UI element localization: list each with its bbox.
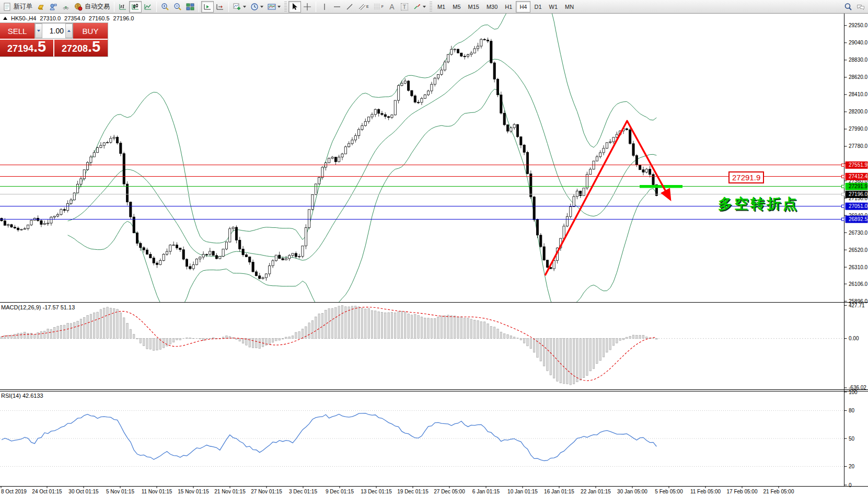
timeframe-label: MN — [565, 4, 574, 10]
bar-chart-icon — [119, 3, 127, 11]
tile-windows-icon — [186, 3, 194, 11]
svg-text:21 Nov 01:15: 21 Nov 01:15 — [214, 489, 246, 494]
timeframe-label: W1 — [549, 4, 558, 10]
chart-shift-button[interactable] — [214, 1, 226, 13]
volume-decrease-button[interactable] — [35, 24, 42, 38]
one-click-trading-panel: SELL BUY 27194 .5 27208 .5 — [0, 23, 108, 56]
dropdown-caret-icon[interactable] — [423, 6, 426, 8]
arrows-button[interactable] — [411, 1, 428, 13]
svg-text:0.00: 0.00 — [849, 336, 859, 341]
horizontal-line-button[interactable] — [331, 1, 343, 13]
candlestick-chart-icon — [131, 3, 140, 11]
autoscroll-icon — [203, 3, 212, 11]
volume-stepper — [34, 23, 73, 39]
rsi-indicator-label: RSI(14) 42.6133 — [1, 393, 43, 399]
tab-m15[interactable]: M15 — [465, 1, 483, 13]
svg-text:3 Dec 01:15: 3 Dec 01:15 — [289, 489, 317, 494]
volume-increase-button[interactable] — [65, 24, 73, 38]
tile-windows-button[interactable] — [184, 1, 196, 13]
svg-text:80: 80 — [849, 408, 855, 413]
open-value: 27310.0 — [40, 15, 61, 21]
timeframe-label: M30 — [487, 4, 497, 10]
svg-text:100: 100 — [849, 389, 858, 395]
svg-text:427.71: 427.71 — [849, 303, 865, 308]
zoom-in-icon — [161, 3, 169, 11]
tab-d1[interactable]: D1 — [530, 1, 545, 13]
svg-text:27051.0: 27051.0 — [849, 203, 868, 209]
line-chart-button[interactable] — [142, 1, 154, 13]
dropdown-caret-icon[interactable] — [260, 6, 263, 8]
community-button[interactable] — [854, 1, 867, 13]
fibonacci-button[interactable]: F — [371, 1, 386, 13]
tab-h1[interactable]: H1 — [501, 1, 516, 13]
zoom-out-button[interactable] — [171, 1, 184, 13]
svg-text:16 Jan 01:15: 16 Jan 01:15 — [544, 489, 574, 494]
templates-button[interactable] — [265, 1, 283, 13]
text-label-button[interactable]: T — [398, 1, 411, 13]
buy-price[interactable]: 27208 .5 — [54, 40, 108, 56]
market-depth-button[interactable] — [34, 1, 47, 13]
chart-shift-icon — [216, 3, 224, 11]
data-window-icon — [49, 3, 57, 11]
dropdown-caret-icon[interactable] — [243, 6, 246, 8]
dropdown-caret-icon[interactable] — [277, 6, 281, 8]
arrows-tool-icon — [413, 3, 421, 11]
svg-text:13 Dec 01:15: 13 Dec 01:15 — [361, 489, 392, 494]
data-window-button[interactable] — [47, 1, 60, 13]
vertical-line-button[interactable] — [318, 1, 331, 13]
buy-button[interactable]: BUY — [73, 23, 108, 39]
search-button[interactable] — [842, 1, 854, 13]
autotrading-label: 自动交易 — [85, 2, 110, 11]
bar-chart-button[interactable] — [117, 1, 129, 13]
toolbar-drag-handle[interactable] — [284, 2, 287, 12]
vertical-line-icon — [320, 3, 329, 11]
panel-toggle-icon[interactable] — [3, 17, 7, 20]
chart-canvas[interactable]: 29250.029040.028830.028620.028410.028200… — [0, 0, 868, 496]
periods-button[interactable] — [248, 1, 265, 13]
new-order-button[interactable]: 新订单 — [1, 1, 34, 13]
signals-button[interactable] — [60, 1, 72, 13]
price-annotation-box[interactable]: 27291.9 — [728, 171, 764, 183]
turning-point-annotation[interactable]: 多空转折点 — [718, 194, 799, 213]
svg-text:26310.0: 26310.0 — [849, 264, 868, 270]
zoom-in-button[interactable] — [159, 1, 171, 13]
volume-input[interactable] — [42, 24, 65, 38]
autotrading-button[interactable]: 自动交易 — [72, 1, 112, 13]
svg-text:20: 20 — [849, 464, 855, 469]
search-icon — [844, 3, 852, 11]
timeframe-label: H1 — [505, 4, 512, 10]
toolbar-separator — [199, 2, 199, 12]
svg-text:9 Dec 01:15: 9 Dec 01:15 — [326, 489, 354, 494]
sell-button[interactable]: SELL — [0, 23, 34, 39]
svg-text:30 Oct 01:15: 30 Oct 01:15 — [68, 489, 99, 494]
toolbar-drag-handle[interactable] — [430, 2, 432, 12]
tab-m1[interactable]: M1 — [434, 1, 449, 13]
svg-text:19 Dec 01:15: 19 Dec 01:15 — [397, 489, 429, 494]
cursor-button[interactable] — [288, 1, 301, 13]
autoscroll-button[interactable] — [201, 1, 214, 13]
sell-price[interactable]: 27194 .5 — [0, 40, 53, 56]
svg-text:24 Oct 01:15: 24 Oct 01:15 — [32, 489, 62, 494]
equidistant-channel-icon — [358, 3, 366, 11]
tab-w1[interactable]: W1 — [546, 1, 562, 13]
high-value: 27354.0 — [64, 15, 85, 21]
buy-price-frac: .5 — [88, 40, 100, 53]
tab-m30[interactable]: M30 — [483, 1, 501, 13]
main-toolbar: 新订单 自动交易 — [0, 0, 868, 14]
tab-mn[interactable]: MN — [561, 1, 577, 13]
crosshair-button[interactable] — [301, 1, 314, 13]
indicators-button[interactable] — [231, 1, 248, 13]
svg-text:6 Jan 01:15: 6 Jan 01:15 — [472, 489, 500, 494]
text-button[interactable]: A — [386, 1, 398, 13]
toolbar-separator — [156, 2, 157, 12]
toolbar-separator — [228, 2, 229, 12]
svg-text:5 Nov 01:15: 5 Nov 01:15 — [106, 489, 134, 494]
timeframe-label: M1 — [437, 4, 445, 10]
svg-text:27196.0: 27196.0 — [849, 191, 868, 197]
tab-m5[interactable]: M5 — [449, 1, 464, 13]
tab-h4[interactable]: H4 — [516, 1, 530, 13]
trendline-button[interactable] — [343, 1, 356, 13]
candles-chart-button[interactable] — [129, 1, 142, 13]
channel-button[interactable]: E — [356, 1, 371, 13]
sell-price-main: 27194 — [7, 41, 33, 54]
